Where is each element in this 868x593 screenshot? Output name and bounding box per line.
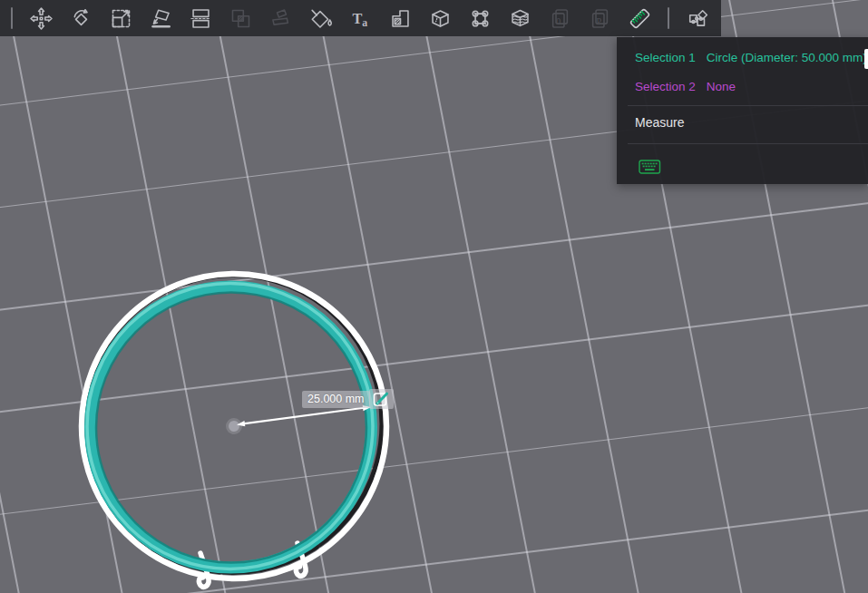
- layered-cube-icon: [508, 6, 532, 31]
- measure-panel: Selection 1 Circle (Diameter: 50.000 mm)…: [617, 37, 868, 184]
- lay-on-face-icon: [149, 6, 173, 31]
- document-zero-icon: 0: [548, 6, 572, 31]
- toolbar-text-button[interactable]: Ta: [342, 2, 378, 34]
- support-painting-icon: [268, 6, 293, 31]
- selection2-value: None: [707, 78, 736, 96]
- cut-icon: [189, 6, 213, 31]
- toolbar-separator: [668, 7, 669, 29]
- svg-text:T: T: [352, 9, 362, 26]
- toolbar-move-button[interactable]: [23, 2, 59, 34]
- radius-arrow: [237, 405, 371, 426]
- toolbar-cut-button[interactable]: [182, 2, 219, 34]
- toolbar-rotate-button[interactable]: [63, 2, 99, 34]
- toolbar-mesh-boolean-button: [222, 2, 258, 34]
- selection1-label: Selection 1: [635, 49, 696, 67]
- svg-text:a: a: [362, 15, 367, 28]
- text-icon: Ta: [348, 6, 373, 31]
- toolbar-scale-button[interactable]: [102, 2, 139, 34]
- measurement-label: 25.000 mm: [302, 391, 370, 408]
- pencil-icon: [371, 391, 392, 408]
- puzzle-icon: [686, 6, 710, 31]
- svg-text:P: P: [596, 15, 601, 25]
- toolbar: Ta0P: [0, 0, 721, 36]
- selection1-value: Circle (Diameter: 50.000 mm): [707, 49, 867, 67]
- selection2-row: Selection 2 None: [635, 78, 736, 96]
- keyboard-shortcuts-button[interactable]: [637, 158, 662, 176]
- toolbar-emboss-button[interactable]: [382, 2, 418, 34]
- toolbar-variable-layer-height-button[interactable]: [502, 2, 538, 34]
- move-icon: [29, 6, 54, 31]
- circle-center-point: [226, 418, 242, 434]
- corner-spheres-icon: [468, 6, 493, 31]
- hatched-step-icon: [388, 6, 413, 31]
- toolbar-measure-button[interactable]: [621, 2, 658, 34]
- toolbar-color-painting-button[interactable]: [302, 2, 338, 34]
- svg-text:0: 0: [556, 15, 561, 25]
- keyboard-icon: [639, 159, 661, 175]
- selection2-label: Selection 2: [635, 78, 696, 96]
- rotate-icon: [69, 6, 93, 31]
- ruler-icon: [628, 6, 652, 31]
- document-p-icon: P: [588, 6, 612, 31]
- toolbar-lay-on-face-button[interactable]: [142, 2, 179, 34]
- measurement-edit-button[interactable]: [369, 389, 394, 409]
- toolbar-separator: [11, 7, 13, 29]
- panel-scrollbar-thumb[interactable]: [864, 49, 868, 69]
- panel-divider: [628, 143, 868, 144]
- measurement-value: 25.000 mm: [307, 393, 365, 405]
- mesh-boolean-icon: [229, 6, 253, 31]
- selection1-row: Selection 1 Circle (Diameter: 50.000 mm): [635, 49, 867, 67]
- paint-bucket-icon: [308, 6, 333, 31]
- toolbar-fuzzy-skin-button[interactable]: [462, 2, 498, 34]
- toolbar-seam-painting-button[interactable]: [422, 2, 458, 34]
- measure-mode-label: Measure: [635, 113, 684, 131]
- toolbar-document-p-button: P: [581, 2, 618, 34]
- toolbar-assembly-view-button[interactable]: [679, 2, 716, 34]
- seam-cube-icon: [428, 6, 453, 31]
- toolbar-support-painting-button: [262, 2, 298, 34]
- scale-icon: [109, 6, 133, 31]
- toolbar-document-zero-button: 0: [541, 2, 578, 34]
- panel-divider: [628, 105, 868, 106]
